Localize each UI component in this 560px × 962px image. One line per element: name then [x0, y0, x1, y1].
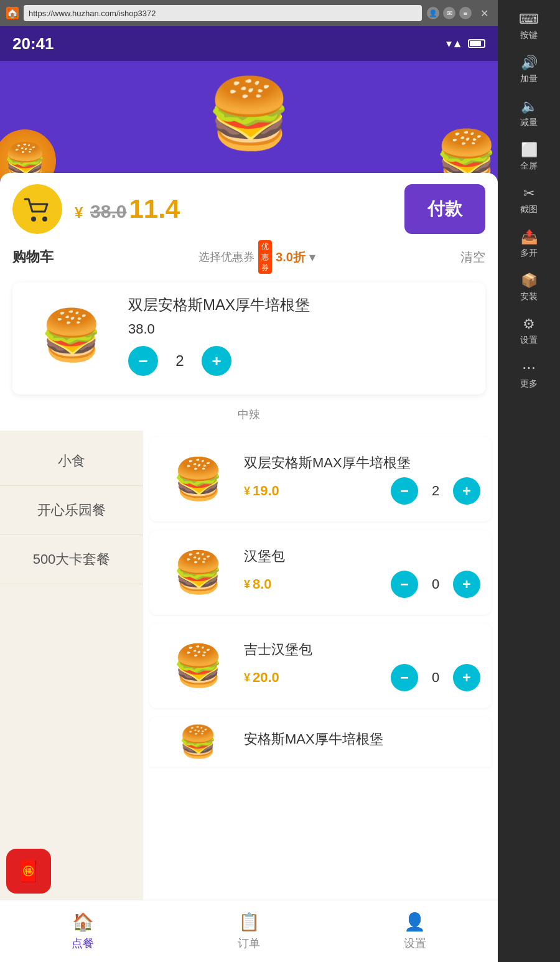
yen-icon-0: ¥ [244, 485, 250, 498]
food-card-2-increase-btn[interactable]: + [453, 664, 480, 691]
food-card-1-name: 汉堡包 [244, 547, 480, 566]
cart-item-expanded: 🍔 双层安格斯MAX厚牛培根堡 38.0 − 2 + [12, 283, 485, 395]
cart-item-image: 🍔 [25, 295, 118, 376]
coupon-text: 选择优惠券 [198, 250, 254, 264]
bottom-nav-settings[interactable]: 👤 设置 [332, 912, 498, 951]
cart-panel: ¥ 38.011.4 付款 购物车 选择优惠券 优惠券 3.0折 ▾ 清空 🍔 … [0, 173, 498, 431]
wifi-icon: ▾▲ [446, 37, 463, 50]
browser-menu-icon[interactable]: ≡ [459, 7, 472, 19]
cart-subtitle-row: 购物车 选择优惠券 优惠券 3.0折 ▾ 清空 [0, 240, 498, 283]
device-sidebar-vol-up-label: 加量 [520, 73, 538, 85]
food-card-2-name: 吉士汉堡包 [244, 640, 480, 659]
side-nav-item-xiaoshi[interactable]: 小食 [0, 437, 143, 486]
device-sidebar-install-label: 安装 [520, 291, 538, 302]
food-card-0-decrease-btn[interactable]: − [391, 477, 418, 505]
home-icon: 🏠 [72, 912, 94, 932]
food-card-2-qty: 0 [427, 670, 444, 686]
install-icon: 📦 [521, 273, 538, 289]
url-text: https://www.huzhan.com/ishop3372 [29, 9, 156, 18]
multiopen-icon: 📤 [521, 229, 538, 245]
yen-symbol: ¥ [75, 204, 83, 221]
cart-item-tag: 中辣 [0, 407, 498, 431]
coupon-discount: 3.0折 [276, 249, 306, 266]
food-card-3-name: 安格斯MAX厚牛培根堡 [244, 730, 480, 749]
food-card-2-img: 🍔 [161, 635, 235, 697]
svg-point-0 [31, 217, 36, 222]
device-sidebar-btn-multiopen[interactable]: 📤 多开 [501, 224, 557, 264]
price-strikethrough: 38.0 [90, 201, 126, 222]
bottom-nav-order[interactable]: 🏠 点餐 [0, 912, 166, 951]
food-card-0-increase-btn[interactable]: + [453, 477, 480, 505]
browser-profile-icon[interactable]: 👤 [427, 7, 439, 19]
gear-icon: ⚙ [523, 316, 535, 332]
cart-item-name: 双层安格斯MAX厚牛培根堡 [128, 295, 473, 315]
status-time: 20:41 [12, 34, 54, 54]
side-nav-item-500kcal[interactable]: 500大卡套餐 [0, 535, 143, 584]
food-card-0-qty: 2 [427, 483, 444, 499]
coupon-selector[interactable]: 选择优惠券 优惠券 3.0折 ▾ [198, 240, 315, 274]
cart-qty-controls: − 2 + [128, 346, 473, 376]
device-sidebar-btn-key[interactable]: ⌨ 按键 [501, 6, 557, 46]
device-sidebar-btn-vol-up[interactable]: 🔊 加量 [501, 50, 557, 90]
device-sidebar-multiopen-label: 多开 [520, 248, 538, 259]
device-sidebar-btn-screenshot[interactable]: ✂ 截图 [501, 180, 557, 220]
food-card-1-qty: 0 [427, 576, 444, 592]
svg-point-1 [42, 217, 47, 222]
food-card-2-price: ¥ 20.0 [244, 670, 279, 686]
cart-increase-btn[interactable]: + [202, 346, 231, 376]
bottom-nav-order-label: 点餐 [72, 936, 94, 951]
food-card-2-price-value: 20.0 [253, 670, 279, 686]
food-card-1-increase-btn[interactable]: + [453, 571, 480, 598]
clear-cart-button[interactable]: 清空 [460, 249, 485, 266]
device-sidebar-btn-vol-down[interactable]: 🔈 减量 [501, 93, 557, 133]
keyboard-icon: ⌨ [519, 11, 539, 27]
food-card-1-img: 🍔 [161, 541, 235, 604]
chevron-down-icon: ▾ [309, 250, 315, 264]
price-current: 11.4 [129, 194, 180, 223]
food-card-3: 🍔 安格斯MAX厚牛培根堡 [149, 717, 492, 767]
side-nav-item-happy[interactable]: 开心乐园餐 [0, 486, 143, 535]
food-card-0-price: ¥ 19.0 [244, 483, 279, 499]
cart-total-price: ¥ 38.011.4 [75, 194, 392, 224]
food-card-3-info: 安格斯MAX厚牛培根堡 [244, 730, 480, 754]
battery-icon [468, 39, 485, 48]
bottom-nav: 🏠 点餐 📋 订单 👤 设置 [0, 900, 498, 962]
food-card-1-price: ¥ 8.0 [244, 576, 272, 592]
food-card-0-info: 双层安格斯MAX厚牛培根堡 ¥ 19.0 − 2 + [244, 454, 480, 505]
status-icons: ▾▲ [446, 37, 485, 50]
food-card-2-decrease-btn[interactable]: − [391, 664, 418, 691]
device-sidebar-screenshot-label: 截图 [520, 204, 538, 215]
bottom-nav-orders[interactable]: 📋 订单 [166, 912, 332, 951]
food-card-1: 🍔 汉堡包 ¥ 8.0 − 0 + [149, 530, 492, 615]
device-sidebar-btn-fullscreen[interactable]: ⬜ 全屏 [501, 137, 557, 177]
cart-icon [12, 184, 62, 234]
food-card-3-img: 🍔 [161, 717, 235, 767]
cart-label: 购物车 [12, 248, 54, 266]
browser-close-btn[interactable]: ✕ [477, 6, 492, 21]
settings-icon: 👤 [404, 912, 426, 932]
device-sidebar-fullscreen-label: 全屏 [520, 161, 538, 172]
device-sidebar-settings-label: 设置 [520, 335, 538, 346]
cart-decrease-btn[interactable]: − [128, 346, 158, 376]
device-sidebar-btn-install[interactable]: 📦 安装 [501, 268, 557, 307]
url-bar[interactable]: https://www.huzhan.com/ishop3372 [24, 5, 422, 21]
food-card-0-name: 双层安格斯MAX厚牛培根堡 [244, 454, 480, 472]
orders-icon: 📋 [238, 912, 260, 932]
yen-icon-1: ¥ [244, 578, 250, 591]
food-card-2-controls: − 0 + [391, 664, 480, 691]
red-envelope-button[interactable]: 🧧 [6, 849, 51, 894]
device-sidebar-btn-more[interactable]: ⋯ 更多 [501, 355, 557, 395]
pay-button[interactable]: 付款 [404, 184, 485, 234]
food-card-1-controls: − 0 + [391, 571, 480, 598]
browser-toolbar: 👤 ✉ ≡ [427, 7, 472, 19]
device-sidebar-vol-down-label: 减量 [520, 117, 538, 128]
browser-mail-icon[interactable]: ✉ [443, 7, 455, 19]
cart-qty-value: 2 [170, 352, 189, 370]
food-card-0-price-value: 19.0 [253, 483, 279, 499]
red-envelope-icon: 🧧 [16, 859, 41, 883]
device-sidebar-btn-settings[interactable]: ⚙ 设置 [501, 311, 557, 351]
browser-chrome: 🏠 https://www.huzhan.com/ishop3372 👤 ✉ ≡… [0, 0, 498, 26]
food-card-0: 🍔 双层安格斯MAX厚牛培根堡 ¥ 19.0 − 2 + [149, 437, 492, 521]
food-card-1-decrease-btn[interactable]: − [391, 571, 418, 598]
food-banner: 🍔 🍔 🍔 [0, 61, 498, 185]
